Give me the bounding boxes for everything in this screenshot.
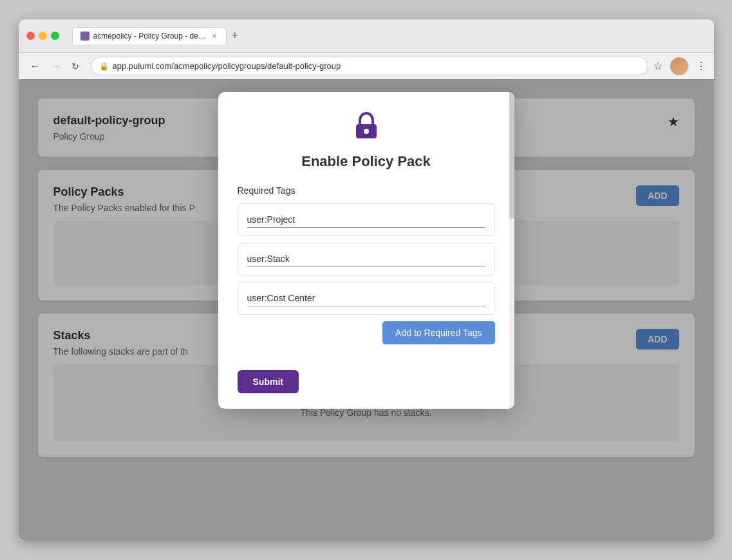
address-text: app.pulumi.com/acmepolicy/policygroups/d… (113, 61, 341, 71)
tag-input-group-3 (238, 282, 495, 315)
submit-button[interactable]: Submit (238, 370, 299, 393)
tab-favicon (80, 32, 89, 41)
browser-window: acmepolicy - Policy Group - defa... × + … (19, 19, 714, 541)
enable-policy-pack-modal: Enable Policy Pack Required Tags (218, 92, 514, 409)
modal-icon-container (238, 111, 495, 145)
ssl-lock-icon: 🔒 (99, 62, 109, 71)
menu-icon[interactable]: ⋮ (696, 60, 706, 72)
nav-buttons: ← → ↻ (26, 59, 83, 73)
address-bar-row: ← → ↻ 🔒 app.pulumi.com/acmepolicy/policy… (19, 53, 714, 79)
close-window-button[interactable] (26, 32, 35, 40)
new-tab-button[interactable]: + (227, 26, 244, 45)
modal-footer: Submit (218, 370, 514, 409)
browser-content: default-policy-group Policy Group ★ Poli… (19, 79, 714, 541)
add-to-required-tags-button[interactable]: Add to Required Tags (382, 321, 494, 344)
maximize-window-button[interactable] (51, 32, 59, 40)
user-avatar[interactable] (670, 57, 688, 75)
tab-close-button[interactable]: × (211, 32, 218, 41)
svg-point-1 (364, 129, 369, 134)
tag-input-3[interactable] (247, 290, 485, 306)
traffic-lights (26, 32, 59, 40)
address-bar[interactable]: 🔒 app.pulumi.com/acmepolicy/policygroups… (91, 57, 648, 75)
modal-title: Enable Policy Pack (238, 153, 495, 170)
modal-scrollbar[interactable] (509, 92, 514, 409)
tab-bar: acmepolicy - Policy Group - defa... × + (70, 26, 247, 45)
modal-overlay: Enable Policy Pack Required Tags (19, 79, 714, 541)
browser-titlebar: acmepolicy - Policy Group - defa... × + (19, 19, 714, 53)
modal-lock-icon (353, 111, 379, 145)
modal-body: Enable Policy Pack Required Tags (218, 92, 514, 370)
minimize-window-button[interactable] (39, 32, 47, 40)
tag-input-2[interactable] (247, 251, 485, 267)
modal-scrollbar-thumb (509, 92, 514, 219)
required-tags-label: Required Tags (238, 185, 495, 196)
active-tab[interactable]: acmepolicy - Policy Group - defa... × (72, 27, 227, 44)
forward-button[interactable]: → (47, 59, 65, 73)
bookmark-icon[interactable]: ☆ (653, 60, 662, 72)
reload-button[interactable]: ↻ (68, 59, 83, 73)
tag-input-group-1 (238, 203, 495, 236)
tag-input-group-2 (238, 243, 495, 275)
browser-action-icons: ☆ ⋮ (653, 57, 706, 75)
back-button[interactable]: ← (26, 59, 44, 73)
tag-input-1[interactable] (247, 212, 485, 228)
tab-title: acmepolicy - Policy Group - defa... (93, 32, 207, 41)
